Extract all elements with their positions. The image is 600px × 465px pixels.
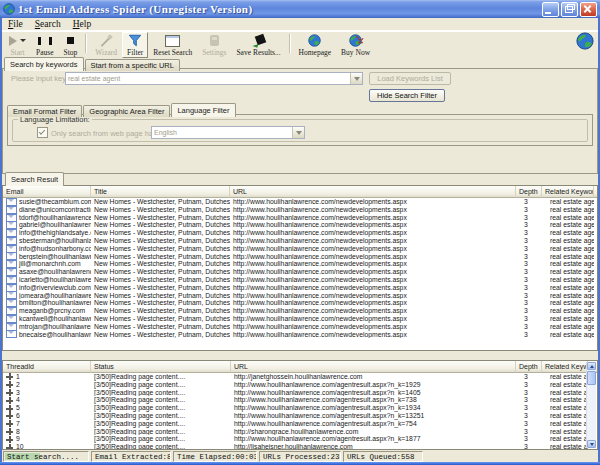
filter-button[interactable]: Filter bbox=[122, 32, 148, 58]
column-header-email[interactable]: Email bbox=[3, 186, 91, 198]
column-header-title[interactable]: Title bbox=[91, 186, 230, 198]
thread-row[interactable]: 1[3/50]Reading page content....http://ja… bbox=[3, 373, 597, 381]
tab-language-filter[interactable]: Language Filter bbox=[171, 103, 235, 117]
thread-row[interactable]: 7[3/50]Reading page content....http://ww… bbox=[3, 420, 597, 428]
result-row[interactable]: info@hudsonharbony.comNew Homes - Westch… bbox=[3, 245, 597, 253]
scroll-down-icon[interactable] bbox=[587, 440, 596, 448]
email-text: bergstein@houlihanlawrence.c... bbox=[19, 253, 91, 261]
url-cell: http://www.houlihanlawrence.com/newdevel… bbox=[230, 245, 516, 253]
cart-icon bbox=[355, 30, 364, 48]
scroll-thumb[interactable] bbox=[587, 371, 596, 385]
result-row[interactable]: mtrojan@houlihanlawrence.comNew Homes - … bbox=[3, 323, 597, 331]
email-icon bbox=[6, 268, 17, 276]
table-splitter[interactable] bbox=[2, 351, 598, 360]
result-row[interactable]: susie@thecambium.comNew Homes - Westches… bbox=[3, 198, 597, 206]
scroll-up-icon[interactable] bbox=[587, 362, 596, 370]
menu-search[interactable]: Search bbox=[29, 19, 67, 29]
thread-icon bbox=[6, 420, 13, 427]
email-icon bbox=[6, 237, 17, 245]
result-row[interactable]: info@riverviewclub.comNew Homes - Westch… bbox=[3, 284, 597, 292]
url-cell: http://lisaheisner.houlihanlawrence.com bbox=[231, 443, 516, 450]
column-header-threadid[interactable]: ThreadId bbox=[3, 361, 91, 373]
tab-search-result[interactable]: Search Result bbox=[5, 172, 64, 186]
result-row[interactable]: tdorf@houlihanlawrence.comNew Homes - We… bbox=[3, 214, 597, 222]
result-row[interactable]: jill@monarchnh.comNew Homes - Westcheste… bbox=[3, 260, 597, 268]
result-row[interactable]: bmilton@houlihanlawrence.comNew Homes - … bbox=[3, 299, 597, 307]
buy-now-icon bbox=[349, 34, 362, 47]
thread-row[interactable]: 2[3/50]Reading page content....http://ww… bbox=[3, 381, 597, 389]
thread-row[interactable]: 6[3/50]Reading page content....http://ww… bbox=[3, 412, 597, 420]
thread-row[interactable]: 4[3/50]Reading page content....http://ww… bbox=[3, 396, 597, 404]
keyword-cell: real estate agent bbox=[542, 307, 594, 315]
close-button[interactable] bbox=[580, 2, 597, 17]
result-row[interactable]: info@thehighlandsatye.comNew Homes - Wes… bbox=[3, 229, 597, 237]
result-row[interactable]: meaganb@prcny.comNew Homes - Westchester… bbox=[3, 307, 597, 315]
reset-search-button[interactable]: Reset Search bbox=[148, 32, 197, 58]
settings-button: Settings bbox=[197, 32, 231, 58]
result-row[interactable]: sbesterman@houlihanlawrence...New Homes … bbox=[3, 237, 597, 245]
email-cell: mtrojan@houlihanlawrence.com bbox=[3, 323, 91, 331]
thread-row[interactable]: 9[3/50]Reading page content....http://ww… bbox=[3, 435, 597, 443]
title-cell: New Homes - Westchester, Putnam, Dutches… bbox=[91, 323, 230, 331]
thread-row[interactable]: 8[3/50]Reading page content....http://sh… bbox=[3, 428, 597, 436]
tab-start-from-a-specific-url[interactable]: Start from a specific URL bbox=[85, 59, 180, 71]
minimize-button[interactable] bbox=[542, 2, 559, 17]
restore-button[interactable] bbox=[561, 2, 578, 17]
dropdown-arrow-icon bbox=[20, 39, 26, 42]
result-row[interactable]: diane@unicomcontracting.comNew Homes - W… bbox=[3, 206, 597, 214]
thread-row[interactable]: 5[3/50]Reading page content....http://ww… bbox=[3, 404, 597, 412]
email-icon bbox=[6, 299, 17, 307]
keyword-cell: real estate agent bbox=[542, 292, 594, 300]
column-header-related-keyword[interactable]: Related Keyword bbox=[542, 361, 588, 373]
hide-search-filter-button[interactable]: Hide Search Filter bbox=[369, 89, 445, 102]
column-header-url[interactable]: URL bbox=[231, 361, 516, 373]
save-results-button[interactable]: Save Results... bbox=[231, 32, 285, 58]
thread-id: 1 bbox=[16, 373, 20, 381]
keyword-cell: real estate agent bbox=[542, 284, 594, 292]
result-row[interactable]: bergstein@houlihanlawrence.c...New Homes… bbox=[3, 253, 597, 261]
thread-row[interactable]: 10[3/50]Reading page content....http://l… bbox=[3, 443, 597, 450]
keyword-cell: real estate agent bbox=[542, 245, 594, 253]
depth-cell: 3 bbox=[516, 443, 542, 450]
thread-row[interactable]: 3[3/50]Reading page content....http://ww… bbox=[3, 389, 597, 397]
column-header-url[interactable]: URL bbox=[230, 186, 516, 198]
url-cell: http://www.houlihanlawrence.com/newdevel… bbox=[230, 214, 516, 222]
thread-table-scrollbar[interactable] bbox=[586, 362, 596, 448]
globe-icon bbox=[576, 32, 594, 54]
pause-button[interactable]: Pause bbox=[31, 32, 59, 58]
result-row[interactable]: icarletto@houlihanlawrence.comNew Homes … bbox=[3, 276, 597, 284]
result-row[interactable]: asaxe@houlihanlawrence.comNew Homes - We… bbox=[3, 268, 597, 276]
start-label: Start bbox=[10, 48, 24, 57]
column-header-depth[interactable]: Depth bbox=[516, 186, 542, 198]
result-row[interactable]: jomeara@houlihanlawrence.comNew Homes - … bbox=[3, 292, 597, 300]
url-cell: http://www.houlihanlawrence.com/newdevel… bbox=[230, 276, 516, 284]
result-row[interactable]: bnecaise@houlihanlawrence.c...New Homes … bbox=[3, 331, 597, 339]
column-header-status[interactable]: Status bbox=[91, 361, 231, 373]
stop-button[interactable]: Stop bbox=[59, 32, 83, 58]
keyword-cell: real estate agent bbox=[542, 373, 588, 381]
keyword-cell: real estate agent bbox=[542, 229, 594, 237]
url-cell: http://www.houlihanlawrence.com/newdevel… bbox=[230, 237, 516, 245]
keyword-cell: real estate agent bbox=[542, 299, 594, 307]
email-text: tdorf@houlihanlawrence.com bbox=[19, 214, 91, 222]
email-icon bbox=[6, 291, 17, 299]
menu-file[interactable]: File bbox=[2, 19, 29, 29]
tab-search-by-keywords[interactable]: Search by keywords bbox=[4, 57, 84, 71]
filter-label: Filter bbox=[127, 48, 143, 57]
tab-email-format-filter[interactable]: Email Format Filter bbox=[7, 105, 82, 117]
keyword-cell: real estate agent bbox=[542, 412, 588, 420]
result-row[interactable]: gabriel@houlihanlawrence.comNew Homes - … bbox=[3, 221, 597, 229]
email-cell: info@hudsonharbony.com bbox=[3, 245, 91, 253]
column-header-related-keyword[interactable]: Related Keyword bbox=[542, 186, 594, 198]
email-cell: asaxe@houlihanlawrence.com bbox=[3, 268, 91, 276]
menu-help[interactable]: Help bbox=[67, 19, 97, 29]
email-icon bbox=[6, 252, 17, 260]
keyword-cell: real estate agent bbox=[542, 206, 594, 214]
homepage-button[interactable]: Homepage bbox=[294, 32, 337, 58]
buy-now-button[interactable]: Buy Now bbox=[336, 32, 375, 58]
column-header-depth[interactable]: Depth bbox=[516, 361, 542, 373]
result-row[interactable]: kcantwell@houlihanlawrence.c...New Homes… bbox=[3, 315, 597, 323]
title-cell: New Homes - Westchester, Putnam, Dutches… bbox=[91, 299, 230, 307]
search-result-table: EmailTitleURLDepthRelated Keyword susie@… bbox=[2, 185, 598, 351]
tab-geographic-area-filter[interactable]: Geographic Area Filter bbox=[83, 105, 170, 117]
